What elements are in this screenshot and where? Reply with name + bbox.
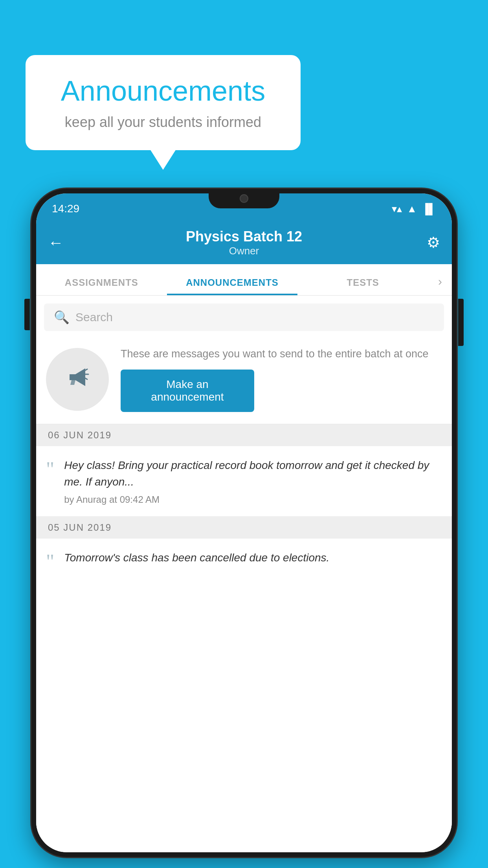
date-separator-1: 06 JUN 2019 [36,424,452,446]
search-icon: 🔍 [54,310,70,325]
svg-rect-0 [70,374,75,380]
search-placeholder: Search [75,311,113,324]
battery-icon: ▐▌ [422,203,436,215]
signal-icon: ▲ [407,203,417,215]
phone-screen: 14:29 ▾▴ ▲ ▐▌ ← Physics Batch 12 Owner ⚙… [36,193,452,852]
announcement-promo: These are messages you want to send to t… [36,335,452,424]
search-bar[interactable]: 🔍 Search [44,303,444,331]
promo-text-block: These are messages you want to send to t… [121,347,428,412]
content-area: 🔍 Search [36,296,452,852]
megaphone-icon [62,360,93,398]
wifi-icon: ▾▴ [392,203,402,215]
tabs-bar: ASSIGNMENTS ANNOUNCEMENTS TESTS › [36,264,452,296]
announcement-message-1: Hey class! Bring your practical record b… [64,457,442,490]
front-camera [240,194,248,203]
promo-icon-circle [46,348,109,411]
announcement-item-2: " Tomorrow's class has been cancelled du… [36,539,452,583]
date-separator-2: 05 JUN 2019 [36,517,452,539]
quote-icon-1: " [46,459,54,480]
back-button[interactable]: ← [48,234,72,252]
app-bar-subtitle: Owner [72,245,416,257]
settings-button[interactable]: ⚙ [416,234,440,251]
status-icons: ▾▴ ▲ ▐▌ [392,203,436,215]
tab-assignments[interactable]: ASSIGNMENTS [36,277,167,295]
status-time: 14:29 [52,202,79,215]
speech-bubble-wrapper: Announcements keep all your students inf… [26,55,301,150]
make-announcement-button[interactable]: Make an announcement [121,370,254,412]
announcement-text-1: Hey class! Bring your practical record b… [64,457,442,505]
announcement-text-2: Tomorrow's class has been cancelled due … [64,550,442,570]
announcement-message-2: Tomorrow's class has been cancelled due … [64,550,442,566]
speech-bubble-subtitle: keep all your students informed [49,114,277,131]
speech-bubble-title: Announcements [49,75,277,107]
promo-description: These are messages you want to send to t… [121,347,428,362]
phone-notch [209,189,279,208]
phone-outer: 14:29 ▾▴ ▲ ▐▌ ← Physics Batch 12 Owner ⚙… [31,189,457,857]
tab-tests[interactable]: TESTS [297,277,428,295]
tab-announcements[interactable]: ANNOUNCEMENTS [167,277,298,295]
speech-bubble: Announcements keep all your students inf… [26,55,301,150]
app-bar: ← Physics Batch 12 Owner ⚙ [36,221,452,264]
announcement-item-1: " Hey class! Bring your practical record… [36,446,452,517]
announcement-author-1: by Anurag at 09:42 AM [64,494,442,505]
quote-icon-2: " [46,552,54,572]
phone-wrapper: 14:29 ▾▴ ▲ ▐▌ ← Physics Batch 12 Owner ⚙… [31,189,457,857]
tab-more[interactable]: › [428,275,452,295]
app-bar-title-block: Physics Batch 12 Owner [72,228,416,257]
app-bar-title: Physics Batch 12 [72,228,416,245]
